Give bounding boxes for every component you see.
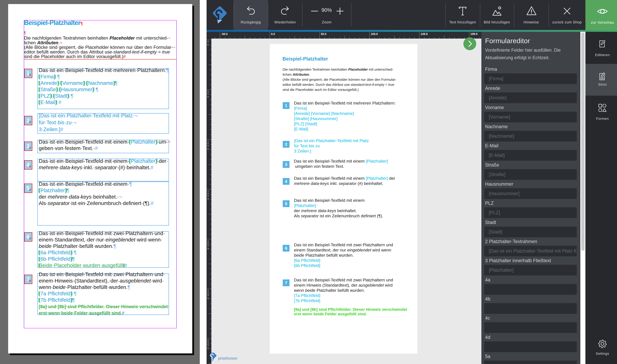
svg-text:50.0: 50.0 xyxy=(207,90,209,98)
svg-text:50.0: 50.0 xyxy=(321,32,326,36)
svg-text:299.9: 299.9 xyxy=(207,339,209,350)
svg-text:100.0: 100.0 xyxy=(371,32,378,36)
svg-text:149.9: 149.9 xyxy=(421,32,428,36)
svg-text:0.0: 0.0 xyxy=(271,32,275,36)
svg-text:199.9: 199.9 xyxy=(470,32,478,36)
svg-text:149.9: 149.9 xyxy=(207,190,209,200)
svg-text:100.0: 100.0 xyxy=(207,140,209,150)
svg-text:249.9: 249.9 xyxy=(207,289,209,300)
svg-text:-50.0: -50.0 xyxy=(221,32,228,36)
svg-text:199.9: 199.9 xyxy=(207,240,209,250)
